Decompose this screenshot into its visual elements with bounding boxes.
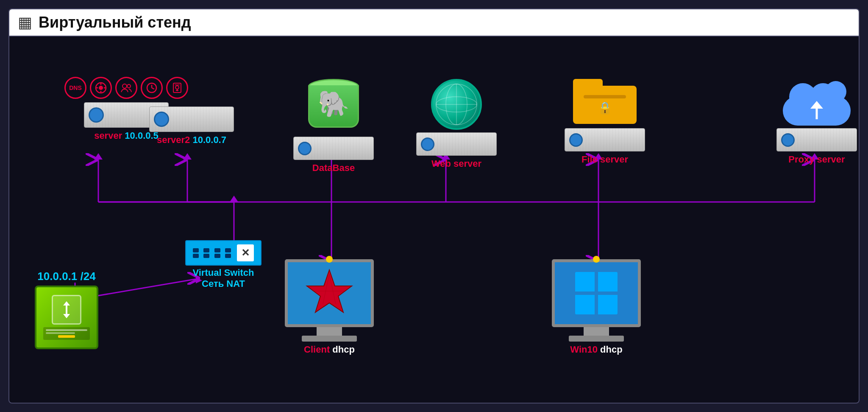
switch-ports [193, 248, 234, 258]
win10-node[interactable]: Win10 dhcp [552, 259, 641, 355]
svg-point-30 [122, 84, 127, 88]
virtual-switch-body: ✕ [185, 240, 262, 266]
client-node[interactable]: Client dhcp [285, 259, 374, 355]
server-lines [43, 327, 90, 340]
svg-marker-13 [94, 153, 103, 160]
db-icon: 🐘 [304, 79, 363, 134]
proxyserver-rack [776, 128, 857, 151]
win10-indicator [593, 256, 600, 263]
server1-icons: DNS [64, 77, 188, 99]
users-icon [115, 77, 137, 99]
ip-label: 10.0.0.1 /24 [37, 270, 95, 283]
webserver-label: Web server [431, 158, 481, 169]
svg-marker-14 [183, 153, 192, 160]
svg-point-36 [175, 86, 179, 89]
virtual-switch-node[interactable]: ✕ Virtual Switch Сеть NAT [185, 240, 262, 289]
db-rack [293, 137, 374, 160]
client-label: Client dhcp [304, 344, 355, 355]
svg-marker-23 [230, 196, 238, 202]
fileserver-rack [565, 128, 645, 151]
svg-line-34 [152, 88, 154, 89]
client-indicator [326, 256, 333, 263]
proxyserver-label: Proxy server [788, 154, 845, 165]
dns-icon: DNS [64, 77, 86, 99]
updown-arrows-icon [52, 295, 81, 325]
server2-node[interactable]: server2 10.0.0.7 [149, 107, 234, 146]
client-screen [285, 259, 374, 327]
folder-icon: 🔒 [573, 79, 637, 126]
win10-monitor [552, 259, 641, 342]
fileserver-node[interactable]: 🔒 File server [565, 79, 645, 165]
fileserver-label: File server [581, 154, 628, 165]
win10-screen [552, 259, 641, 327]
server2-rack [149, 107, 234, 132]
virtual-switch-label: Virtual Switch Сеть NAT [192, 267, 254, 289]
svg-point-31 [127, 84, 131, 88]
database-label: DataBase [312, 163, 355, 174]
client-monitor [285, 259, 374, 342]
svg-marker-49 [810, 101, 823, 109]
win10-label: Win10 dhcp [570, 344, 622, 355]
title-icon: ▦ [18, 14, 32, 31]
cert-icon [166, 77, 188, 99]
proxyserver-node[interactable]: Proxy server [776, 79, 857, 165]
dc-icon [90, 77, 112, 99]
switch-x-icon: ✕ [237, 244, 254, 261]
diagram-area: DNS [9, 36, 859, 399]
svg-marker-41 [63, 301, 70, 305]
physical-node[interactable]: 10.0.0.1 /24 [35, 270, 98, 349]
webserver-node[interactable]: Web server [416, 79, 497, 169]
clock-icon [141, 77, 163, 99]
svg-point-25 [99, 86, 103, 90]
server2-label: server2 10.0.0.7 [157, 135, 226, 146]
title-text: Виртуальный стенд [39, 14, 191, 31]
cloud-icon [783, 79, 851, 126]
globe-icon [431, 79, 482, 130]
main-container: ▦ Виртуальный стенд [8, 8, 860, 404]
title-bar: ▦ Виртуальный стенд [9, 9, 859, 36]
svg-marker-42 [63, 314, 70, 318]
webserver-rack [416, 132, 497, 156]
physical-server-body [35, 286, 98, 349]
database-node[interactable]: 🐘 DataBase [293, 79, 374, 174]
